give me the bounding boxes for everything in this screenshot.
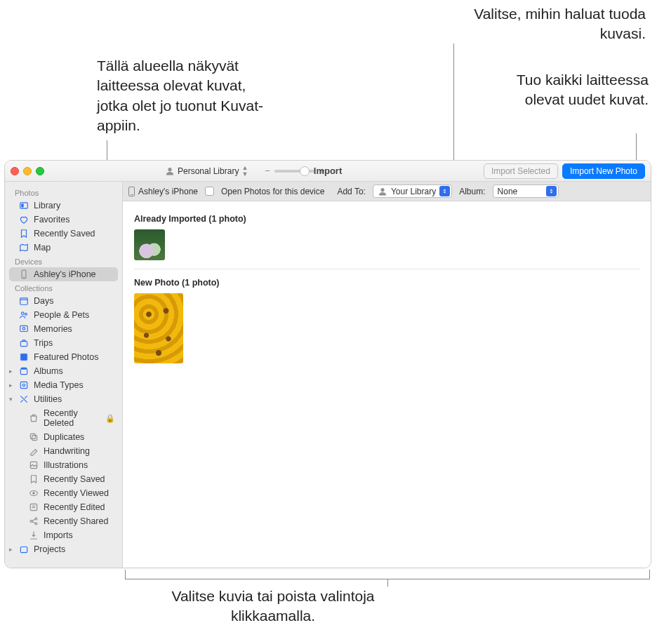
sidebar-item-recently-saved[interactable]: Recently Saved <box>5 227 122 241</box>
disclosure-icon[interactable]: ▸ <box>9 368 13 375</box>
sidebar-item-label: Duplicates <box>44 432 84 442</box>
open-photos-checkbox[interactable] <box>205 187 214 196</box>
sidebar-item-label: Ashley's iPhone <box>34 269 96 279</box>
close-window-button[interactable] <box>11 167 19 175</box>
sidebar-item-favorites[interactable]: Favorites <box>5 213 122 227</box>
callout-bracket-bottom <box>125 570 650 579</box>
library-icon <box>19 201 29 210</box>
photo-thumbnail[interactable] <box>134 229 165 260</box>
svg-rect-14 <box>20 369 27 375</box>
open-photos-label: Open Photos for this device <box>221 187 324 196</box>
minimize-window-button[interactable] <box>23 167 32 175</box>
sidebar-section-collections: Collections <box>5 281 122 294</box>
sidebar-item-trips[interactable]: Trips <box>5 336 122 350</box>
already-imported-photos <box>134 229 639 260</box>
album-value: None <box>498 187 518 196</box>
sidebar-item-days[interactable]: Days <box>5 294 122 308</box>
sidebar-item-label: Imports <box>44 530 73 540</box>
sidebar-item-label: Illustrations <box>44 460 88 470</box>
sidebar-item-label: Favorites <box>34 215 69 224</box>
sidebar-item-memories[interactable]: Memories <box>5 322 122 336</box>
zoom-out-icon: − <box>265 166 270 176</box>
already-imported-heading: Already Imported (1 photo) <box>134 214 639 224</box>
slider-knob[interactable] <box>300 166 310 176</box>
sidebar-item-projects[interactable]: ▸ Projects <box>5 542 122 556</box>
sidebar-item-imports[interactable]: Imports <box>5 528 122 542</box>
import-selected-button[interactable]: Import Selected <box>484 163 558 179</box>
add-to-label: Add To: <box>337 187 365 196</box>
map-icon <box>19 243 29 253</box>
add-to-value: Your Library <box>391 187 436 196</box>
slider-track[interactable] <box>274 170 315 173</box>
trash-icon <box>29 413 39 423</box>
sidebar-item-label: Recently Saved <box>34 229 95 239</box>
edit-icon <box>29 502 39 512</box>
fullscreen-window-button[interactable] <box>36 167 44 175</box>
album-icon <box>19 366 29 376</box>
library-picker[interactable]: Personal Library ▲▼ <box>161 163 252 179</box>
sidebar-item-label: Projects <box>34 544 65 554</box>
tools-icon <box>19 394 29 404</box>
import-content-area: Already Imported (1 photo) New Photo (1 … <box>123 201 651 568</box>
sidebar-item-label: Memories <box>34 324 72 334</box>
sidebar-item-label: Recently Deleted <box>44 408 100 428</box>
sidebar-item-people-pets[interactable]: People & Pets <box>5 308 122 322</box>
bookmark-icon <box>19 229 29 239</box>
projects-icon <box>19 544 29 554</box>
sidebar-item-albums[interactable]: ▸ Albums <box>5 364 122 378</box>
sidebar-item-featured-photos[interactable]: Featured Photos <box>5 350 122 364</box>
svg-rect-10 <box>20 326 28 331</box>
import-new-photo-button[interactable]: Import New Photo <box>562 163 645 179</box>
svg-point-8 <box>22 312 25 315</box>
svg-rect-3 <box>22 204 24 208</box>
svg-point-22 <box>33 492 35 495</box>
sidebar-item-recently-shared[interactable]: Recently Shared <box>5 514 122 528</box>
download-icon <box>29 530 39 540</box>
device-name-label: Ashley's iPhone <box>138 187 198 196</box>
sidebar-item-handwriting[interactable]: Handwriting <box>5 444 122 458</box>
illustration-icon <box>29 460 39 470</box>
album-popup[interactable]: None <box>493 185 559 198</box>
sidebar-item-recently-saved-util[interactable]: Recently Saved <box>5 472 122 486</box>
sidebar-item-illustrations[interactable]: Illustrations <box>5 458 122 472</box>
photo-thumbnail[interactable] <box>134 293 183 363</box>
disclosure-icon[interactable]: ▾ <box>9 396 13 403</box>
sidebar-item-library[interactable]: Library <box>5 199 122 213</box>
sidebar-item-label: Recently Viewed <box>44 488 109 498</box>
svg-point-11 <box>22 328 25 330</box>
device-name: Ashley's iPhone <box>128 187 198 196</box>
sidebar-item-label: Media Types <box>34 380 84 390</box>
window-controls <box>11 167 44 175</box>
callout-import-all-new: Tuo kaikki laitteessa olevat uudet kuvat… <box>483 70 649 110</box>
svg-rect-29 <box>20 547 27 553</box>
library-picker-label: Personal Library <box>178 166 239 176</box>
media-icon <box>19 380 29 390</box>
sidebar-item-device-ashleys-iphone[interactable]: Ashley's iPhone <box>9 267 118 281</box>
sidebar-item-recently-viewed[interactable]: Recently Viewed <box>5 486 122 500</box>
sidebar-item-media-types[interactable]: ▸ Media Types <box>5 378 122 392</box>
sidebar-item-map[interactable]: Map <box>5 241 122 255</box>
phone-icon <box>128 187 135 196</box>
heart-icon <box>19 215 29 224</box>
memories-icon <box>19 324 29 334</box>
person-icon <box>165 166 175 176</box>
svg-rect-6 <box>20 298 28 304</box>
callout-already-imported-area: Tällä alueella näkyvät laitteessa olevat… <box>97 56 279 135</box>
sparkle-icon <box>19 352 29 362</box>
sidebar-item-label: Featured Photos <box>34 352 98 362</box>
new-photos <box>134 293 639 363</box>
titlebar: Personal Library ▲▼ − + Import Import Se… <box>5 161 651 182</box>
svg-point-5 <box>23 277 24 278</box>
sidebar-item-recently-edited[interactable]: Recently Edited <box>5 500 122 514</box>
callout-leader <box>387 579 388 586</box>
sidebar-item-label: People & Pets <box>34 310 89 320</box>
sidebar-item-utilities[interactable]: ▾ Utilities <box>5 392 122 406</box>
callout-select-deselect: Valitse kuvia tai poista valintoja klikk… <box>157 586 389 626</box>
sidebar-item-recently-deleted[interactable]: Recently Deleted 🔒 <box>5 406 122 430</box>
phone-icon <box>19 269 29 279</box>
add-to-popup[interactable]: Your Library <box>373 185 452 198</box>
separator <box>134 269 639 269</box>
sidebar-item-duplicates[interactable]: Duplicates <box>5 430 122 444</box>
disclosure-icon[interactable]: ▸ <box>9 382 13 389</box>
disclosure-icon[interactable]: ▸ <box>9 546 13 553</box>
